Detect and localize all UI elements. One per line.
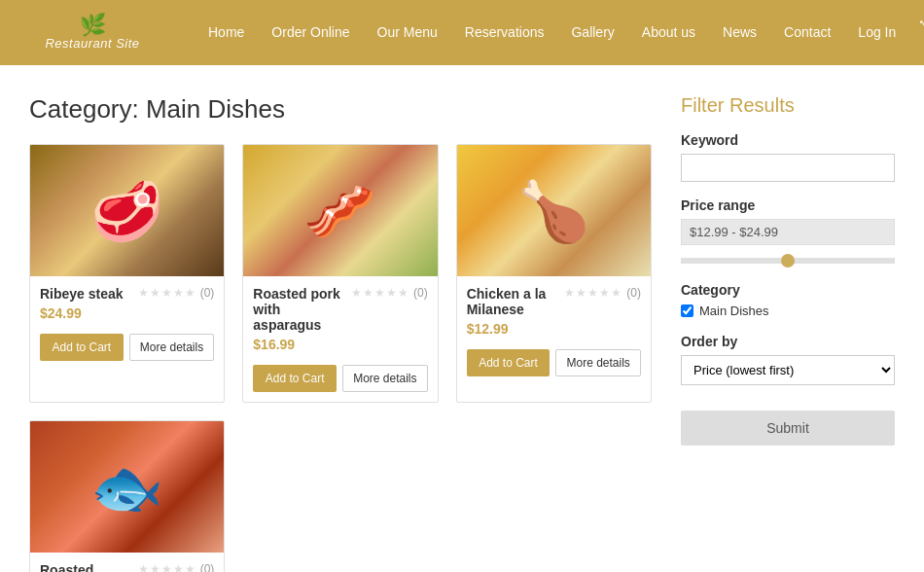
product-card-chicken: Chicken a la Milanese ★★★★★ (0) $12.99 A…: [456, 144, 652, 403]
nav-gallery[interactable]: Gallery: [557, 0, 627, 65]
nav-reservations[interactable]: Reservations: [451, 0, 558, 65]
category-checkbox-main-dishes[interactable]: [681, 304, 693, 317]
add-to-cart-button[interactable]: Add to Cart: [467, 349, 551, 376]
filter-keyword-section: Keyword: [681, 132, 895, 182]
add-to-cart-button[interactable]: Add to Cart: [40, 334, 124, 361]
product-name: Chicken a la Milanese: [467, 286, 565, 317]
product-name: Roasted Salmon Steak: [40, 562, 138, 572]
submit-button[interactable]: Submit: [681, 411, 895, 446]
product-info-salmon: Roasted Salmon Steak ★★★★★ (0) $14.90: [30, 553, 224, 572]
product-image-pork: [243, 145, 437, 276]
product-grid-row1: Ribeye steak ★★★★★ (0) $24.99 Add to Car…: [29, 144, 652, 403]
nav-news[interactable]: News: [709, 0, 770, 65]
main-container: Category: Main Dishes Ribeye steak ★★★★★…: [0, 65, 924, 572]
price-range-slider[interactable]: [681, 258, 895, 264]
product-name-row: Roasted pork with asparagus ★★★★★ (0): [253, 286, 427, 337]
filter-orderby-section: Order by Price (lowest first) Price (hig…: [681, 334, 895, 385]
stars-icon: ★★★★★: [351, 286, 409, 300]
nav-about-us[interactable]: About us: [628, 0, 709, 65]
rating-count: (0): [413, 286, 428, 300]
product-actions: Add to Cart More details: [457, 349, 651, 386]
header: 🌿 Restaurant Site Home Order Online Our …: [0, 0, 924, 65]
product-card-salmon: Roasted Salmon Steak ★★★★★ (0) $14.90 Ad…: [29, 420, 225, 572]
rating-count: (0): [626, 286, 641, 300]
product-actions: Add to Cart More details: [30, 334, 224, 371]
filter-category-label: Category: [681, 282, 895, 298]
product-rating: ★★★★★ (0): [351, 286, 428, 300]
products-area: Category: Main Dishes Ribeye steak ★★★★★…: [29, 94, 652, 572]
stars-icon: ★★★★★: [564, 286, 622, 300]
product-info-ribeye: Ribeye steak ★★★★★ (0) $24.99: [30, 276, 224, 334]
product-price: $24.99: [40, 305, 214, 321]
cart-svg: [919, 18, 924, 45]
product-image-salmon: [30, 421, 224, 553]
rating-count: (0): [200, 286, 215, 300]
order-by-select[interactable]: Price (lowest first) Price (highest firs…: [681, 355, 895, 385]
nav-order-online[interactable]: Order Online: [258, 0, 363, 65]
category-item-label: Main Dishes: [699, 304, 769, 318]
rating-count: (0): [200, 562, 215, 572]
nav-our-menu[interactable]: Our Menu: [364, 0, 451, 65]
logo-icon: 🌿: [80, 15, 106, 36]
page-title: Category: Main Dishes: [29, 94, 652, 125]
product-rating: ★★★★★ (0): [138, 286, 215, 300]
product-rating: ★★★★★ (0): [564, 286, 641, 300]
cart-icon[interactable]: 0: [919, 18, 924, 48]
product-name-row: Roasted Salmon Steak ★★★★★ (0): [40, 562, 214, 572]
more-details-button[interactable]: More details: [555, 349, 641, 376]
add-to-cart-button[interactable]: Add to Cart: [253, 365, 337, 392]
more-details-button[interactable]: More details: [129, 334, 215, 361]
product-card-pork: Roasted pork with asparagus ★★★★★ (0) $1…: [242, 144, 438, 403]
filter-orderby-label: Order by: [681, 334, 895, 349]
product-info-chicken: Chicken a la Milanese ★★★★★ (0) $12.99: [457, 276, 651, 349]
price-range-display: $12.99 - $24.99: [681, 219, 895, 245]
product-card-ribeye: Ribeye steak ★★★★★ (0) $24.99 Add to Car…: [29, 144, 225, 403]
product-price: $16.99: [253, 337, 427, 352]
filter-keyword-label: Keyword: [681, 132, 895, 148]
logo-text: Restaurant Site: [45, 36, 139, 51]
product-name-row: Chicken a la Milanese ★★★★★ (0): [467, 286, 641, 321]
nav-login[interactable]: Log In: [844, 0, 909, 65]
filter-price-section: Price range $12.99 - $24.99: [681, 197, 895, 267]
sidebar-filter: Filter Results Keyword Price range $12.9…: [681, 94, 895, 572]
product-grid-row2: Roasted Salmon Steak ★★★★★ (0) $14.90 Ad…: [29, 420, 652, 572]
product-image-ribeye: [30, 145, 224, 276]
product-name: Roasted pork with asparagus: [253, 286, 351, 333]
filter-title: Filter Results: [681, 94, 895, 117]
filter-price-label: Price range: [681, 197, 895, 213]
product-image-chicken: [457, 145, 651, 276]
nav-home[interactable]: Home: [195, 0, 258, 65]
main-nav: Home Order Online Our Menu Reservations …: [195, 0, 909, 65]
product-name: Ribeye steak: [40, 286, 124, 302]
filter-category-section: Category Main Dishes: [681, 282, 895, 318]
product-rating: ★★★★★ (0): [138, 562, 215, 572]
logo[interactable]: 🌿 Restaurant Site: [29, 15, 156, 51]
stars-icon: ★★★★★: [138, 286, 196, 300]
product-name-row: Ribeye steak ★★★★★ (0): [40, 286, 214, 305]
product-info-pork: Roasted pork with asparagus ★★★★★ (0) $1…: [243, 276, 437, 365]
category-checkbox-label[interactable]: Main Dishes: [681, 304, 895, 318]
product-price: $12.99: [467, 321, 641, 337]
keyword-input[interactable]: [681, 154, 895, 182]
nav-contact[interactable]: Contact: [770, 0, 844, 65]
more-details-button[interactable]: More details: [342, 365, 428, 392]
stars-icon: ★★★★★: [138, 562, 196, 572]
product-actions: Add to Cart More details: [243, 365, 437, 402]
